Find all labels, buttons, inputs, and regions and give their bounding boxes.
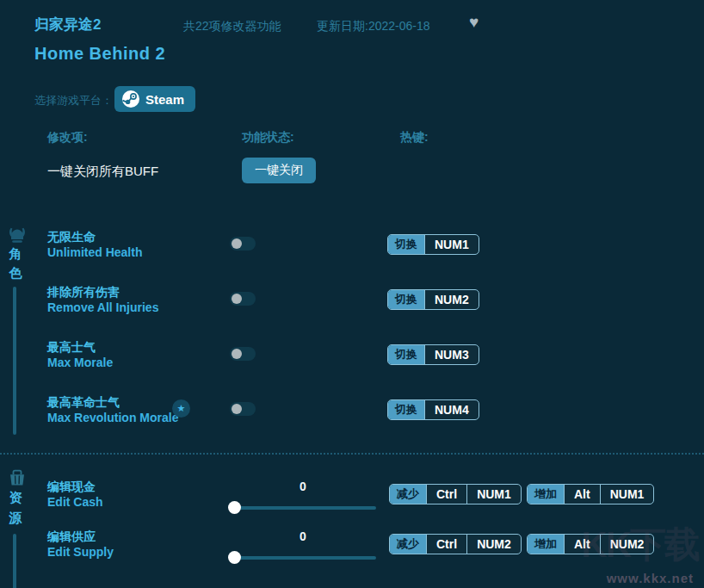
hotkey-unlimited-health[interactable]: 切换 NUM1 <box>387 234 479 255</box>
row-label-en: Edit Supply <box>47 544 114 560</box>
row-labels: 最高士气 Max Morale <box>47 339 113 370</box>
steam-icon <box>122 90 139 108</box>
update-date-label: 更新日期:2022-06-18 <box>317 19 430 34</box>
hotkey-action-label: 切换 <box>388 345 424 364</box>
hotkey-max-revolution-morale[interactable]: 切换 NUM4 <box>387 399 479 420</box>
slider-knob[interactable] <box>228 501 241 514</box>
hotkey-key: Ctrl <box>426 535 466 554</box>
edit-cash-value: 0 <box>230 480 376 493</box>
hotkey-key: NUM1 <box>466 485 521 504</box>
edit-cash-slider[interactable] <box>230 501 376 515</box>
hotkey-key: NUM1 <box>424 235 479 254</box>
slider-knob[interactable] <box>228 551 241 564</box>
steam-button-label: Steam <box>145 92 184 107</box>
edit-supply-slider[interactable] <box>230 551 376 565</box>
row-label-cn: 无限生命 <box>47 229 142 244</box>
toggle-knob <box>232 404 242 414</box>
hotkey-action-label: 切换 <box>388 235 424 254</box>
toggle-max-morale[interactable] <box>230 347 256 361</box>
hotkey-action-label: 减少 <box>390 485 426 504</box>
hotkey-action-label: 切换 <box>388 400 424 419</box>
edit-supply-value: 0 <box>230 529 376 543</box>
game-title-english: Home Behind 2 <box>34 44 165 64</box>
toggle-remove-injuries[interactable] <box>230 292 256 306</box>
hotkey-action-label: 增加 <box>528 535 564 554</box>
feature-count-label: 共22项修改器功能 <box>183 19 281 34</box>
row-label-en: Edit Cash <box>47 494 103 510</box>
hotkey-action-label: 减少 <box>390 535 426 554</box>
buff-row-label: 一键关闭所有BUFF <box>47 164 158 180</box>
hotkey-remove-injuries[interactable]: 切换 NUM2 <box>387 289 479 310</box>
platform-steam-button[interactable]: Steam <box>114 86 195 112</box>
section-divider <box>0 453 704 455</box>
close-all-buff-button[interactable]: 一键关闭 <box>242 158 316 183</box>
row-label-cn: 最高革命士气 <box>47 394 178 410</box>
trainer-row-max-morale: 最高士气 Max Morale 切换 NUM3 <box>0 339 704 377</box>
hotkey-key: Alt <box>564 485 600 504</box>
toggle-max-revolution-morale[interactable] <box>230 402 256 416</box>
row-label-cn: 编辑供应 <box>47 529 114 544</box>
row-label-en: Max Revolution Morale <box>47 410 178 425</box>
hotkey-key: NUM1 <box>600 485 654 504</box>
row-labels: 最高革命士气 Max Revolution Morale <box>47 394 178 425</box>
hotkey-edit-supply-decrease[interactable]: 减少 Ctrl NUM2 <box>389 534 522 554</box>
star-badge-icon: ★ <box>172 399 190 418</box>
slider-track <box>230 506 376 510</box>
row-labels: 编辑现金 Edit Cash <box>47 479 103 510</box>
trainer-row-unlimited-health: 无限生命 Unlimited Health 切换 NUM1 <box>0 229 704 267</box>
row-label-cn: 编辑现金 <box>47 479 103 494</box>
toggle-knob <box>232 349 242 359</box>
row-label-cn: 排除所有伤害 <box>47 284 158 300</box>
row-label-en: Remove All Injuries <box>47 300 158 315</box>
hotkey-key: NUM2 <box>424 290 479 309</box>
row-labels: 无限生命 Unlimited Health <box>47 229 142 260</box>
hotkey-key: NUM3 <box>424 345 479 364</box>
watermark-site-text: www.kkx.net <box>607 571 694 585</box>
column-header-status: 功能状态: <box>242 130 294 145</box>
hotkey-edit-cash-decrease[interactable]: 减少 Ctrl NUM1 <box>389 484 522 504</box>
favorite-heart-icon[interactable]: ♥ <box>469 13 479 32</box>
column-header-item: 修改项: <box>47 130 88 145</box>
platform-select-label: 选择游戏平台： <box>34 93 113 108</box>
game-title-chinese: 归家异途2 <box>34 15 101 34</box>
toggle-knob <box>232 238 242 249</box>
hotkey-key: NUM4 <box>424 400 479 419</box>
hotkey-action-label: 切换 <box>388 290 424 309</box>
row-labels: 编辑供应 Edit Supply <box>47 529 114 560</box>
hotkey-edit-cash-increase[interactable]: 增加 Alt NUM1 <box>527 484 654 504</box>
trainer-window: 归家异途2 共22项修改器功能 更新日期:2022-06-18 ♥ Home B… <box>0 0 704 588</box>
close-all-buff-button-label: 一键关闭 <box>255 163 303 178</box>
trainer-row-edit-cash: 编辑现金 Edit Cash 0 减少 Ctrl NUM1 增加 Alt NUM… <box>0 479 704 517</box>
row-label-en: Unlimited Health <box>47 244 142 260</box>
row-label-cn: 最高士气 <box>47 339 113 355</box>
slider-track <box>230 556 376 560</box>
column-header-hotkey: 热键: <box>400 130 429 145</box>
trainer-row-max-revolution-morale: 最高革命士气 Max Revolution Morale ★ 切换 NUM4 <box>0 394 704 432</box>
sidebar-section-character-char2: 色 <box>5 265 26 282</box>
row-labels: 排除所有伤害 Remove All Injuries <box>47 284 158 315</box>
toggle-knob <box>232 294 242 304</box>
hotkey-action-label: 增加 <box>528 485 564 504</box>
row-label-en: Max Morale <box>47 355 113 370</box>
hotkey-key: Ctrl <box>426 485 466 504</box>
trainer-row-remove-injuries: 排除所有伤害 Remove All Injuries 切换 NUM2 <box>0 284 704 322</box>
watermark-logo: KK下载 <box>581 521 699 569</box>
hotkey-key: NUM2 <box>466 535 521 554</box>
toggle-unlimited-health[interactable] <box>230 237 256 251</box>
hotkey-max-morale[interactable]: 切换 NUM3 <box>387 344 479 365</box>
